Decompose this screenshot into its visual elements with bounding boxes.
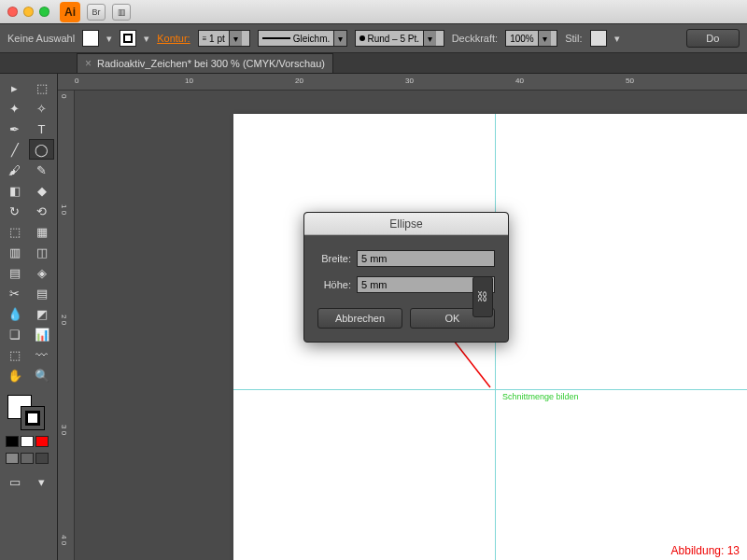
mini-color-2[interactable] [35,436,49,447]
tool-0-0[interactable]: ▸ [2,77,27,98]
tool-14-0[interactable]: ✋ [2,365,27,385]
tool-5-1[interactable]: ◆ [29,180,54,201]
document-tab-label: Radioaktiv_Zeichen* bei 300 % (CMYK/Vors… [97,58,325,69]
mini-color-1[interactable] [21,436,34,447]
dialog-title: Ellipse [304,213,508,235]
screen-mode-row [2,451,55,466]
tool-7-1[interactable]: ▦ [29,221,54,242]
stroke-weight-dropdown[interactable]: ≡ 1 pt▾ [198,30,250,47]
tool-2-1[interactable]: T [29,119,54,139]
intersect-label: Schnittmenge bilden [502,392,579,401]
tool-9-1[interactable]: ◈ [29,262,54,283]
tool-3-1[interactable]: ◯ [29,139,54,160]
tool-6-1[interactable]: ⟲ [29,201,54,221]
kontur-label[interactable]: Kontur: [157,33,190,44]
tool-5-0[interactable]: ◧ [2,180,27,201]
vertical-ruler[interactable]: 01 02 03 04 0 [58,91,75,560]
tool-2-0[interactable]: ✒ [2,119,27,139]
fill-swatch[interactable] [82,30,99,47]
tab-close-icon[interactable]: × [85,57,92,70]
style-swatch[interactable] [590,30,607,47]
deckkraft-label: Deckkraft: [452,33,499,44]
screen-toggle-b[interactable]: ▾ [29,471,54,492]
tool-11-1[interactable]: ◩ [29,303,54,324]
stroke-swatch[interactable] [120,30,136,47]
toolbox: ▸⬚✦✧✒T╱◯🖌✎◧◆↻⟲⬚▦▥◫▤◈✂▤💧◩❏📊⬚〰✋🔍 ▭ ▾ [0,74,58,560]
width-label: Breite: [317,253,351,264]
arrange-button[interactable]: ▥ [112,4,131,21]
document-tab[interactable]: × Radioaktiv_Zeichen* bei 300 % (CMYK/Vo… [77,53,333,73]
screen-mode-a[interactable] [6,453,19,464]
doc-setup-button[interactable]: Do [686,29,740,48]
tool-1-0[interactable]: ✦ [2,98,27,119]
tool-6-0[interactable]: ↻ [2,201,27,221]
screen-mode-c[interactable] [35,453,49,464]
tool-13-0[interactable]: ⬚ [2,344,27,365]
tool-11-0[interactable]: 💧 [2,303,27,324]
main-area: ▸⬚✦✧✒T╱◯🖌✎◧◆↻⟲⬚▦▥◫▤◈✂▤💧◩❏📊⬚〰✋🔍 ▭ ▾ 01020… [0,74,747,560]
tool-8-1[interactable]: ◫ [29,242,54,262]
screen-toggle[interactable]: ▭ [2,471,27,492]
control-bar: Keine Auswahl ▾ ▾ Kontur: ≡ 1 pt▾ Gleich… [0,23,747,53]
guide-horizontal[interactable] [233,389,747,390]
stroke-profile-dropdown[interactable]: Gleichm.▾ [258,30,347,47]
window-controls [7,7,49,17]
tool-7-0[interactable]: ⬚ [2,221,27,242]
width-input[interactable] [357,250,495,267]
color-mode-row [2,434,55,449]
work-area: 01020304050 01 02 03 04 0 Schnittmenge b… [58,74,747,560]
opacity-dropdown[interactable]: 100%▾ [505,30,557,47]
tool-0-1[interactable]: ⬚ [29,77,54,98]
cancel-button[interactable]: Abbrechen [317,308,402,329]
tool-1-1[interactable]: ✧ [29,98,54,119]
document-tab-bar: × Radioaktiv_Zeichen* bei 300 % (CMYK/Vo… [0,53,747,74]
selection-status: Keine Auswahl [7,33,75,44]
tool-4-1[interactable]: ✎ [29,160,54,180]
tool-10-0[interactable]: ✂ [2,283,27,303]
tool-4-0[interactable]: 🖌 [2,160,27,180]
brush-dropdown[interactable]: Rund – 5 Pt.▾ [355,30,444,47]
app-logo-icon: Ai [60,2,80,22]
height-label: Höhe: [317,279,351,290]
zoom-icon[interactable] [39,7,49,17]
bridge-button[interactable]: Br [87,4,106,21]
tool-3-0[interactable]: ╱ [2,139,27,160]
canvas[interactable]: Schnittmenge bilden Ellipse Breite: Höhe… [75,91,747,560]
close-icon[interactable] [7,7,18,17]
stil-label: Stil: [565,33,582,44]
tool-14-1[interactable]: 🔍 [29,365,54,385]
window-titlebar: Ai Br ▥ [0,0,747,23]
tool-8-0[interactable]: ▥ [2,242,27,262]
figure-label: Abbildung: 13 [671,544,740,557]
color-picker[interactable] [2,393,55,432]
tool-10-1[interactable]: ▤ [29,283,54,303]
minimize-icon[interactable] [23,7,34,17]
tool-9-0[interactable]: ▤ [2,262,27,283]
horizontal-ruler[interactable]: 01020304050 [58,74,747,91]
tool-13-1[interactable]: 〰 [29,344,54,365]
stroke-color[interactable] [21,406,45,430]
tool-12-1[interactable]: 📊 [29,324,54,344]
mini-color-0[interactable] [6,436,19,447]
link-dimensions-button[interactable]: ⛓ [472,276,493,317]
screen-mode-b[interactable] [21,453,34,464]
tool-12-0[interactable]: ❏ [2,324,27,344]
ellipse-dialog: Ellipse Breite: Höhe: ⛓ Abbrechen OK [303,212,509,343]
